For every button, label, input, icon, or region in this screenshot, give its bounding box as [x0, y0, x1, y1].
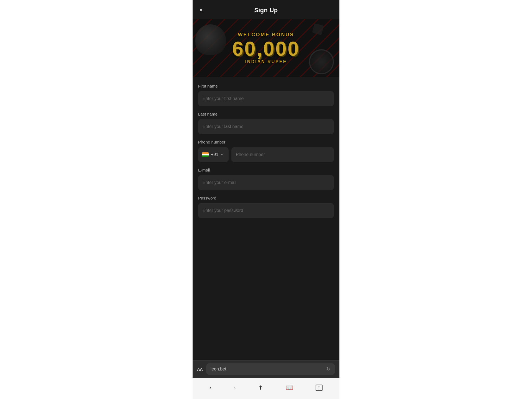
bonus-amount: 60,000 — [232, 39, 300, 59]
last-name-input[interactable] — [198, 119, 334, 134]
phone-group: Phone number +91 ▾ — [198, 140, 334, 162]
modal-title: Sign Up — [254, 7, 278, 14]
browser-aa-label[interactable]: AA — [197, 367, 203, 372]
nav-bar: ‹ › ⬆ 📖 ⊡ — [193, 378, 339, 399]
browser-bar: AA leon.bet ↻ — [193, 360, 339, 378]
phone-row: +91 ▾ — [198, 147, 334, 162]
roulette-decoration — [309, 49, 334, 74]
tabs-icon: ⊡ — [316, 385, 323, 391]
share-icon: ⬆ — [258, 384, 263, 391]
dice-decoration — [312, 23, 324, 35]
bookmarks-button[interactable]: 📖 — [281, 382, 298, 393]
forward-button[interactable]: › — [229, 382, 240, 393]
modal-header: × Sign Up — [193, 0, 339, 19]
browser-url-container[interactable]: leon.bet ↻ — [206, 363, 335, 375]
phone-label: Phone number — [198, 140, 334, 144]
email-label: E-mail — [198, 168, 334, 172]
reload-icon[interactable]: ↻ — [326, 366, 331, 372]
password-input[interactable] — [198, 203, 334, 218]
browser-url-text: leon.bet — [211, 367, 226, 372]
welcome-bonus-banner: WELCOME BONUS 60,000 INDIAN RUPEE — [193, 19, 339, 77]
password-label: Password — [198, 196, 334, 200]
last-name-label: Last name — [198, 112, 334, 116]
first-name-input[interactable] — [198, 91, 334, 106]
helmet-decoration — [195, 24, 226, 55]
first-name-label: First name — [198, 84, 334, 88]
welcome-bonus-text: WELCOME BONUS — [232, 32, 300, 38]
first-name-group: First name — [198, 84, 334, 106]
country-code: +91 — [211, 152, 218, 157]
back-button[interactable]: ‹ — [205, 382, 216, 393]
close-button[interactable]: × — [198, 6, 204, 14]
india-flag-icon — [202, 152, 209, 157]
signup-form: First name Last name Phone number — [193, 77, 339, 360]
password-group: Password — [198, 196, 334, 218]
tabs-button[interactable]: ⊡ — [311, 382, 327, 393]
last-name-group: Last name — [198, 112, 334, 134]
chevron-down-icon: ▾ — [221, 153, 223, 157]
currency-text: INDIAN RUPEE — [232, 59, 300, 64]
email-group: E-mail — [198, 168, 334, 190]
share-button[interactable]: ⬆ — [254, 382, 267, 393]
phone-input[interactable] — [231, 147, 334, 162]
country-selector[interactable]: +91 ▾ — [198, 147, 229, 162]
bookmarks-icon: 📖 — [286, 384, 293, 391]
email-input[interactable] — [198, 175, 334, 190]
